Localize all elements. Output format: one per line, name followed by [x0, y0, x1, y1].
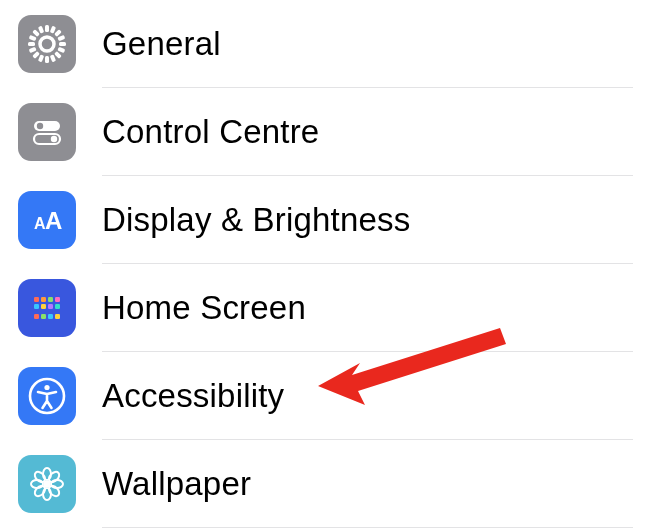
settings-row-accessibility[interactable]: Accessibility [0, 352, 645, 440]
settings-row-general[interactable]: General [0, 0, 645, 88]
flower-icon [18, 455, 76, 513]
svg-rect-34 [55, 314, 60, 319]
svg-rect-15 [29, 47, 37, 53]
svg-point-44 [33, 470, 47, 484]
svg-rect-4 [59, 42, 66, 46]
svg-rect-7 [32, 29, 40, 37]
svg-rect-28 [41, 304, 46, 309]
svg-rect-3 [28, 42, 35, 46]
settings-row-label: Accessibility [102, 377, 284, 415]
settings-row-label: General [102, 25, 221, 63]
svg-rect-31 [34, 314, 39, 319]
settings-row-control-centre[interactable]: Control Centre [0, 88, 645, 176]
svg-rect-5 [54, 29, 62, 37]
svg-point-45 [47, 484, 61, 498]
svg-rect-9 [50, 26, 56, 34]
settings-list: General Control Centre A A Display & Bri… [0, 0, 645, 528]
settings-row-label: Home Screen [102, 289, 306, 327]
svg-point-42 [47, 470, 61, 484]
svg-rect-26 [55, 297, 60, 302]
svg-rect-13 [38, 26, 44, 34]
svg-rect-16 [57, 35, 65, 41]
svg-rect-2 [45, 56, 49, 63]
settings-row-display-brightness[interactable]: A A Display & Brightness [0, 176, 645, 264]
svg-rect-14 [50, 54, 56, 62]
svg-text:A: A [45, 207, 62, 234]
text-size-icon: A A [18, 191, 76, 249]
app-grid-icon [18, 279, 76, 337]
svg-point-0 [40, 37, 54, 51]
svg-rect-33 [48, 314, 53, 319]
svg-rect-10 [38, 54, 44, 62]
svg-rect-1 [45, 25, 49, 32]
svg-rect-6 [32, 51, 40, 59]
svg-rect-25 [48, 297, 53, 302]
settings-row-home-screen[interactable]: Home Screen [0, 264, 645, 352]
svg-rect-8 [54, 51, 62, 59]
svg-point-20 [51, 136, 57, 142]
svg-point-18 [37, 123, 43, 129]
svg-rect-29 [48, 304, 53, 309]
svg-rect-24 [41, 297, 46, 302]
settings-row-label: Display & Brightness [102, 201, 410, 239]
svg-point-43 [33, 484, 47, 498]
gear-icon [18, 15, 76, 73]
svg-point-36 [44, 385, 49, 390]
svg-rect-32 [41, 314, 46, 319]
settings-row-label: Wallpaper [102, 465, 251, 503]
toggles-icon [18, 103, 76, 161]
svg-rect-12 [57, 47, 65, 53]
settings-row-label: Control Centre [102, 113, 319, 151]
svg-rect-11 [29, 35, 37, 41]
svg-rect-30 [55, 304, 60, 309]
svg-rect-23 [34, 297, 39, 302]
accessibility-icon [18, 367, 76, 425]
settings-row-wallpaper[interactable]: Wallpaper [0, 440, 645, 528]
svg-rect-27 [34, 304, 39, 309]
